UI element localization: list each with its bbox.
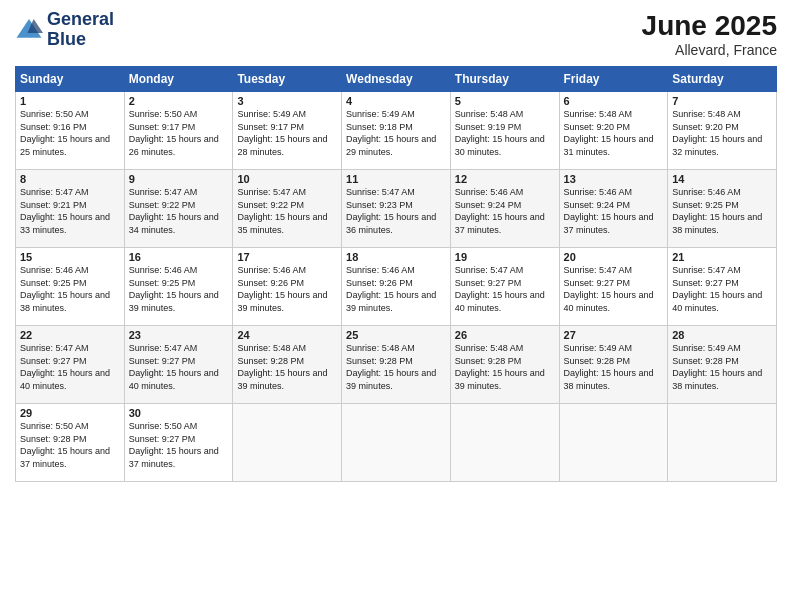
title-block: June 2025 Allevard, France xyxy=(642,10,777,58)
day-cell xyxy=(342,404,451,482)
day-cell: 23Sunrise: 5:47 AMSunset: 9:27 PMDayligh… xyxy=(124,326,233,404)
day-cell: 13Sunrise: 5:46 AMSunset: 9:24 PMDayligh… xyxy=(559,170,668,248)
day-content: Sunrise: 5:48 AMSunset: 9:20 PMDaylight:… xyxy=(672,109,762,157)
day-number: 4 xyxy=(346,95,446,107)
day-content: Sunrise: 5:47 AMSunset: 9:27 PMDaylight:… xyxy=(672,265,762,313)
day-number: 14 xyxy=(672,173,772,185)
day-number: 2 xyxy=(129,95,229,107)
day-content: Sunrise: 5:48 AMSunset: 9:28 PMDaylight:… xyxy=(346,343,436,391)
col-header-monday: Monday xyxy=(124,67,233,92)
day-cell: 21Sunrise: 5:47 AMSunset: 9:27 PMDayligh… xyxy=(668,248,777,326)
month-title: June 2025 xyxy=(642,10,777,42)
col-header-tuesday: Tuesday xyxy=(233,67,342,92)
col-header-thursday: Thursday xyxy=(450,67,559,92)
page: General Blue June 2025 Allevard, France … xyxy=(0,0,792,612)
day-number: 6 xyxy=(564,95,664,107)
day-number: 21 xyxy=(672,251,772,263)
day-cell: 28Sunrise: 5:49 AMSunset: 9:28 PMDayligh… xyxy=(668,326,777,404)
day-number: 5 xyxy=(455,95,555,107)
day-number: 29 xyxy=(20,407,120,419)
logo-line2: Blue xyxy=(47,30,114,50)
week-row-5: 29Sunrise: 5:50 AMSunset: 9:28 PMDayligh… xyxy=(16,404,777,482)
day-content: Sunrise: 5:49 AMSunset: 9:28 PMDaylight:… xyxy=(564,343,654,391)
day-number: 26 xyxy=(455,329,555,341)
week-row-4: 22Sunrise: 5:47 AMSunset: 9:27 PMDayligh… xyxy=(16,326,777,404)
logo: General Blue xyxy=(15,10,114,50)
day-cell: 16Sunrise: 5:46 AMSunset: 9:25 PMDayligh… xyxy=(124,248,233,326)
week-row-2: 8Sunrise: 5:47 AMSunset: 9:21 PMDaylight… xyxy=(16,170,777,248)
day-number: 16 xyxy=(129,251,229,263)
day-cell: 20Sunrise: 5:47 AMSunset: 9:27 PMDayligh… xyxy=(559,248,668,326)
day-number: 1 xyxy=(20,95,120,107)
day-cell: 14Sunrise: 5:46 AMSunset: 9:25 PMDayligh… xyxy=(668,170,777,248)
day-content: Sunrise: 5:49 AMSunset: 9:28 PMDaylight:… xyxy=(672,343,762,391)
day-content: Sunrise: 5:46 AMSunset: 9:25 PMDaylight:… xyxy=(129,265,219,313)
day-content: Sunrise: 5:47 AMSunset: 9:27 PMDaylight:… xyxy=(564,265,654,313)
day-number: 23 xyxy=(129,329,229,341)
day-number: 28 xyxy=(672,329,772,341)
location: Allevard, France xyxy=(642,42,777,58)
day-cell: 18Sunrise: 5:46 AMSunset: 9:26 PMDayligh… xyxy=(342,248,451,326)
day-cell: 6Sunrise: 5:48 AMSunset: 9:20 PMDaylight… xyxy=(559,92,668,170)
day-cell: 26Sunrise: 5:48 AMSunset: 9:28 PMDayligh… xyxy=(450,326,559,404)
day-cell xyxy=(559,404,668,482)
day-cell: 5Sunrise: 5:48 AMSunset: 9:19 PMDaylight… xyxy=(450,92,559,170)
day-content: Sunrise: 5:50 AMSunset: 9:16 PMDaylight:… xyxy=(20,109,110,157)
day-content: Sunrise: 5:48 AMSunset: 9:28 PMDaylight:… xyxy=(237,343,327,391)
day-cell: 3Sunrise: 5:49 AMSunset: 9:17 PMDaylight… xyxy=(233,92,342,170)
day-cell: 11Sunrise: 5:47 AMSunset: 9:23 PMDayligh… xyxy=(342,170,451,248)
logo-line1: General xyxy=(47,10,114,30)
week-row-1: 1Sunrise: 5:50 AMSunset: 9:16 PMDaylight… xyxy=(16,92,777,170)
day-content: Sunrise: 5:49 AMSunset: 9:18 PMDaylight:… xyxy=(346,109,436,157)
header-row: SundayMondayTuesdayWednesdayThursdayFrid… xyxy=(16,67,777,92)
day-number: 20 xyxy=(564,251,664,263)
day-cell: 29Sunrise: 5:50 AMSunset: 9:28 PMDayligh… xyxy=(16,404,125,482)
day-content: Sunrise: 5:47 AMSunset: 9:22 PMDaylight:… xyxy=(129,187,219,235)
day-content: Sunrise: 5:46 AMSunset: 9:24 PMDaylight:… xyxy=(455,187,545,235)
day-cell: 4Sunrise: 5:49 AMSunset: 9:18 PMDaylight… xyxy=(342,92,451,170)
day-cell: 27Sunrise: 5:49 AMSunset: 9:28 PMDayligh… xyxy=(559,326,668,404)
col-header-saturday: Saturday xyxy=(668,67,777,92)
day-content: Sunrise: 5:46 AMSunset: 9:26 PMDaylight:… xyxy=(237,265,327,313)
day-content: Sunrise: 5:48 AMSunset: 9:28 PMDaylight:… xyxy=(455,343,545,391)
day-number: 17 xyxy=(237,251,337,263)
day-content: Sunrise: 5:47 AMSunset: 9:23 PMDaylight:… xyxy=(346,187,436,235)
day-cell: 9Sunrise: 5:47 AMSunset: 9:22 PMDaylight… xyxy=(124,170,233,248)
day-number: 10 xyxy=(237,173,337,185)
day-cell xyxy=(668,404,777,482)
day-number: 7 xyxy=(672,95,772,107)
day-cell: 8Sunrise: 5:47 AMSunset: 9:21 PMDaylight… xyxy=(16,170,125,248)
day-cell: 1Sunrise: 5:50 AMSunset: 9:16 PMDaylight… xyxy=(16,92,125,170)
calendar-table: SundayMondayTuesdayWednesdayThursdayFrid… xyxy=(15,66,777,482)
day-cell: 19Sunrise: 5:47 AMSunset: 9:27 PMDayligh… xyxy=(450,248,559,326)
day-cell: 22Sunrise: 5:47 AMSunset: 9:27 PMDayligh… xyxy=(16,326,125,404)
day-number: 19 xyxy=(455,251,555,263)
day-number: 18 xyxy=(346,251,446,263)
day-number: 11 xyxy=(346,173,446,185)
day-cell: 2Sunrise: 5:50 AMSunset: 9:17 PMDaylight… xyxy=(124,92,233,170)
day-content: Sunrise: 5:47 AMSunset: 9:21 PMDaylight:… xyxy=(20,187,110,235)
day-cell: 12Sunrise: 5:46 AMSunset: 9:24 PMDayligh… xyxy=(450,170,559,248)
day-content: Sunrise: 5:50 AMSunset: 9:28 PMDaylight:… xyxy=(20,421,110,469)
day-content: Sunrise: 5:46 AMSunset: 9:25 PMDaylight:… xyxy=(672,187,762,235)
day-number: 13 xyxy=(564,173,664,185)
day-content: Sunrise: 5:47 AMSunset: 9:27 PMDaylight:… xyxy=(20,343,110,391)
day-number: 3 xyxy=(237,95,337,107)
day-number: 9 xyxy=(129,173,229,185)
day-number: 25 xyxy=(346,329,446,341)
day-cell: 7Sunrise: 5:48 AMSunset: 9:20 PMDaylight… xyxy=(668,92,777,170)
day-cell: 10Sunrise: 5:47 AMSunset: 9:22 PMDayligh… xyxy=(233,170,342,248)
logo-icon xyxy=(15,16,43,44)
day-content: Sunrise: 5:50 AMSunset: 9:17 PMDaylight:… xyxy=(129,109,219,157)
header: General Blue June 2025 Allevard, France xyxy=(15,10,777,58)
day-content: Sunrise: 5:46 AMSunset: 9:25 PMDaylight:… xyxy=(20,265,110,313)
day-cell: 25Sunrise: 5:48 AMSunset: 9:28 PMDayligh… xyxy=(342,326,451,404)
col-header-friday: Friday xyxy=(559,67,668,92)
day-cell: 30Sunrise: 5:50 AMSunset: 9:27 PMDayligh… xyxy=(124,404,233,482)
day-number: 22 xyxy=(20,329,120,341)
day-number: 12 xyxy=(455,173,555,185)
day-content: Sunrise: 5:48 AMSunset: 9:20 PMDaylight:… xyxy=(564,109,654,157)
day-number: 27 xyxy=(564,329,664,341)
logo-text: General Blue xyxy=(47,10,114,50)
week-row-3: 15Sunrise: 5:46 AMSunset: 9:25 PMDayligh… xyxy=(16,248,777,326)
